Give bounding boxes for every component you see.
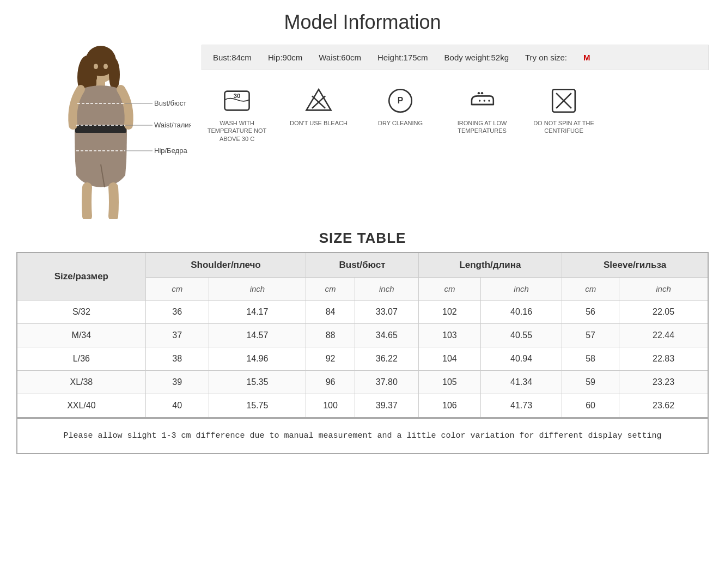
sub-sl-cm: cm bbox=[562, 278, 619, 301]
cell-sh-cm: 40 bbox=[145, 394, 209, 418]
size-table-section: SIZE TABLE Size/размер Shoulder/плечо Bu… bbox=[16, 230, 709, 418]
cell-sh-cm: 37 bbox=[145, 324, 209, 347]
cell-size: XL/38 bbox=[17, 371, 145, 394]
model-figure-svg: Bust/бюст Waist/талия Hip/Бедра bbox=[16, 45, 191, 219]
table-row: L/36 38 14.96 92 36.22 104 40.94 58 22.8… bbox=[17, 347, 708, 371]
cell-size: L/36 bbox=[17, 347, 145, 371]
cell-sl-cm: 60 bbox=[562, 394, 619, 418]
dry-clean-icon: P bbox=[386, 87, 415, 115]
page-wrapper: Model Information bbox=[0, 0, 725, 465]
cell-len-cm: 104 bbox=[418, 347, 480, 371]
sub-len-cm: cm bbox=[418, 278, 480, 301]
table-header-row: Size/размер Shoulder/плечо Bust/бюст Len… bbox=[17, 253, 708, 278]
col-shoulder: Shoulder/плечо bbox=[145, 253, 306, 278]
title-section: Model Information bbox=[16, 11, 709, 34]
cell-bust-cm: 88 bbox=[306, 324, 355, 347]
bleach-label: DON'T USE BLEACH bbox=[290, 119, 348, 127]
cell-len-inch: 40.94 bbox=[481, 347, 562, 371]
table-row: XXL/40 40 15.75 100 39.37 106 41.73 60 2… bbox=[17, 394, 708, 418]
dry-clean-label: DRY CLEANING bbox=[378, 119, 423, 127]
cell-sl-cm: 59 bbox=[562, 371, 619, 394]
no-spin-label: DO NOT SPIN AT THE CENTRIFUGE bbox=[528, 119, 599, 135]
size-table-title: SIZE TABLE bbox=[16, 230, 709, 247]
col-bust: Bust/бюст bbox=[306, 253, 419, 278]
measurements-bar: Bust:84cm Hip:90cm Waist:60cm Height:175… bbox=[202, 45, 709, 70]
cell-bust-inch: 34.65 bbox=[355, 324, 418, 347]
no-spin-icon bbox=[550, 87, 578, 115]
cell-len-inch: 41.34 bbox=[481, 371, 562, 394]
care-icon-iron: IRONING AT LOW TEMPERATURES bbox=[447, 87, 517, 135]
cell-sl-inch: 23.62 bbox=[619, 394, 708, 418]
cell-len-cm: 103 bbox=[418, 324, 480, 347]
svg-point-24 bbox=[479, 100, 480, 101]
cell-sl-cm: 57 bbox=[562, 324, 619, 347]
footer-note: Please allow slight 1-3 cm difference du… bbox=[16, 418, 709, 454]
svg-text:P: P bbox=[398, 96, 403, 105]
iron-label: IRONING AT LOW TEMPERATURES bbox=[447, 119, 517, 135]
sub-sh-inch: inch bbox=[209, 278, 306, 301]
sub-sl-inch: inch bbox=[619, 278, 708, 301]
iron-icon bbox=[468, 87, 496, 115]
cell-sl-cm: 58 bbox=[562, 347, 619, 371]
cell-sl-cm: 56 bbox=[562, 301, 619, 324]
cell-sl-inch: 22.05 bbox=[619, 301, 708, 324]
cell-bust-inch: 37.80 bbox=[355, 371, 418, 394]
svg-text:Bust/бюст: Bust/бюст bbox=[154, 99, 186, 107]
care-icon-wash: 30 WASH WITH TEMPERATURE NOT ABOVE 30 C bbox=[202, 87, 272, 143]
try-on-value: M bbox=[583, 53, 590, 62]
sub-bust-cm: cm bbox=[306, 278, 355, 301]
cell-sh-inch: 14.96 bbox=[209, 347, 306, 371]
cell-len-inch: 40.16 bbox=[481, 301, 562, 324]
svg-point-25 bbox=[484, 100, 485, 101]
model-image-area: Bust/бюст Waist/талия Hip/Бедра bbox=[16, 45, 191, 219]
cell-sh-inch: 14.17 bbox=[209, 301, 306, 324]
sub-bust-inch: inch bbox=[355, 278, 418, 301]
weight-measurement: Body weight:52kg bbox=[444, 53, 509, 62]
cell-size: M/34 bbox=[17, 324, 145, 347]
cell-sl-inch: 22.44 bbox=[619, 324, 708, 347]
cell-len-inch: 40.55 bbox=[481, 324, 562, 347]
size-table-body: S/32 36 14.17 84 33.07 102 40.16 56 22.0… bbox=[17, 301, 708, 418]
waist-measurement: Waist:60cm bbox=[319, 53, 361, 62]
bleach-icon bbox=[304, 87, 333, 115]
cell-sh-cm: 39 bbox=[145, 371, 209, 394]
wash-label: WASH WITH TEMPERATURE NOT ABOVE 30 C bbox=[202, 119, 272, 143]
try-on-label: Try on size: bbox=[525, 53, 567, 62]
col-size: Size/размер bbox=[17, 253, 145, 301]
cell-sh-inch: 15.75 bbox=[209, 394, 306, 418]
size-table: Size/размер Shoulder/плечо Bust/бюст Len… bbox=[16, 252, 709, 418]
svg-text:30: 30 bbox=[234, 93, 241, 99]
cell-bust-inch: 39.37 bbox=[355, 394, 418, 418]
cell-sh-inch: 15.35 bbox=[209, 371, 306, 394]
sub-sh-cm: cm bbox=[145, 278, 209, 301]
cell-bust-cm: 92 bbox=[306, 347, 355, 371]
model-info-right: Bust:84cm Hip:90cm Waist:60cm Height:175… bbox=[191, 45, 709, 148]
cell-len-cm: 106 bbox=[418, 394, 480, 418]
svg-point-26 bbox=[488, 100, 490, 101]
table-row: M/34 37 14.57 88 34.65 103 40.55 57 22.4… bbox=[17, 324, 708, 347]
cell-bust-cm: 96 bbox=[306, 371, 355, 394]
svg-point-6 bbox=[94, 64, 98, 69]
svg-marker-19 bbox=[306, 89, 331, 110]
table-row: XL/38 39 15.35 96 37.80 105 41.34 59 23.… bbox=[17, 371, 708, 394]
hip-measurement: Hip:90cm bbox=[268, 53, 302, 62]
cell-sh-inch: 14.57 bbox=[209, 324, 306, 347]
cell-sl-inch: 23.23 bbox=[619, 371, 708, 394]
care-icons-section: 30 WASH WITH TEMPERATURE NOT ABOVE 30 C … bbox=[202, 81, 709, 148]
care-icon-dry-clean: P DRY CLEANING bbox=[365, 87, 436, 127]
cell-size: XXL/40 bbox=[17, 394, 145, 418]
cell-sh-cm: 36 bbox=[145, 301, 209, 324]
height-measurement: Height:175cm bbox=[377, 53, 428, 62]
care-icon-no-spin: DO NOT SPIN AT THE CENTRIFUGE bbox=[528, 87, 599, 135]
svg-rect-5 bbox=[75, 125, 126, 133]
cell-sl-inch: 22.83 bbox=[619, 347, 708, 371]
col-length: Length/длина bbox=[418, 253, 562, 278]
svg-text:Hip/Бедра: Hip/Бедра bbox=[154, 146, 187, 155]
top-section: Bust/бюст Waist/талия Hip/Бедра Bust:84c… bbox=[16, 45, 709, 219]
bust-measurement: Bust:84cm bbox=[213, 53, 252, 62]
cell-len-inch: 41.73 bbox=[481, 394, 562, 418]
sub-len-inch: inch bbox=[481, 278, 562, 301]
svg-point-7 bbox=[103, 64, 108, 69]
svg-point-28 bbox=[481, 92, 483, 94]
care-icon-bleach: DON'T USE BLEACH bbox=[283, 87, 354, 127]
